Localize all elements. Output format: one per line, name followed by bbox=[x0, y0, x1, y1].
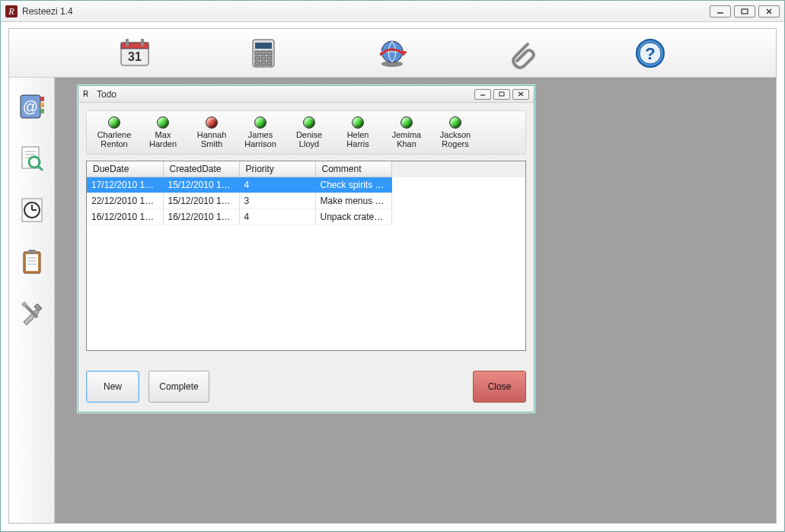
globe-icon bbox=[375, 37, 409, 70]
close-todo-button[interactable]: Close bbox=[473, 371, 526, 403]
people-row: CharleneRentonMaxHardenHannahSmithJamesH… bbox=[86, 110, 526, 155]
col-createddate[interactable]: CreatedDate bbox=[163, 161, 239, 177]
app-window: R Resteezi 1.4 31 bbox=[0, 0, 785, 532]
app-logo-icon: R bbox=[5, 5, 18, 18]
todo-button-row: New Complete Close bbox=[86, 369, 526, 404]
app-inner-frame: 31 bbox=[8, 28, 777, 524]
cell-priority: 4 bbox=[239, 209, 315, 225]
cell-created: 15/12/2010 11:5... bbox=[163, 177, 239, 193]
search-documents-button[interactable] bbox=[17, 143, 47, 174]
svg-rect-17 bbox=[255, 62, 260, 65]
cell-due: 17/12/2010 11:5... bbox=[87, 177, 163, 193]
col-priority[interactable]: Priority bbox=[239, 161, 315, 177]
settings-button[interactable] bbox=[17, 298, 47, 329]
person-name: MaxHarden bbox=[142, 130, 184, 148]
col-spacer bbox=[391, 161, 525, 177]
maximize-button[interactable] bbox=[734, 5, 755, 18]
todo-table: DueDate CreatedDate Priority Comment 17/… bbox=[86, 161, 526, 351]
contacts-button[interactable]: @ bbox=[17, 91, 47, 122]
person-hannah[interactable]: HannahSmith bbox=[190, 116, 233, 148]
complete-button[interactable]: Complete bbox=[148, 371, 209, 403]
cell-priority: 3 bbox=[239, 193, 315, 209]
svg-rect-28 bbox=[40, 97, 44, 101]
svg-rect-13 bbox=[267, 51, 272, 55]
history-button[interactable] bbox=[17, 195, 47, 225]
person-denise[interactable]: DeniseLloyd bbox=[288, 116, 330, 148]
app-titlebar: R Resteezi 1.4 bbox=[1, 1, 784, 22]
minimize-icon bbox=[716, 8, 724, 14]
globe-button[interactable] bbox=[374, 35, 410, 72]
calculator-button[interactable] bbox=[245, 35, 282, 72]
main-toolbar: 31 bbox=[9, 29, 776, 78]
svg-text:31: 31 bbox=[128, 50, 142, 63]
address-book-icon: @ bbox=[18, 92, 46, 121]
person-name: JacksonRogers bbox=[434, 130, 477, 148]
table-row[interactable]: 17/12/2010 11:5...15/12/2010 11:5...4Che… bbox=[87, 177, 525, 193]
clock-document-icon bbox=[18, 196, 46, 225]
table-row[interactable]: 22/12/2010 11:5...15/12/2010 11:5...3Mak… bbox=[87, 193, 525, 209]
table-row[interactable]: 16/12/2010 16:2...16/12/2010 16:2...4Unp… bbox=[87, 209, 525, 225]
cell-comment: Check spirits order bbox=[315, 177, 391, 193]
svg-rect-18 bbox=[261, 62, 266, 65]
workspace: R Todo CharleneRentonMaxHardenHannahSmit… bbox=[55, 78, 776, 523]
cell-created: 15/12/2010 11:5... bbox=[163, 193, 239, 209]
svg-rect-7 bbox=[141, 39, 144, 46]
todo-window-controls bbox=[474, 89, 529, 100]
calendar-button[interactable]: 31 bbox=[116, 35, 153, 72]
person-name: JemimaKhan bbox=[385, 130, 428, 148]
person-jackson[interactable]: JacksonRogers bbox=[434, 116, 477, 148]
svg-rect-12 bbox=[261, 51, 266, 55]
attachment-button[interactable] bbox=[503, 35, 540, 72]
help-icon: ? bbox=[633, 37, 667, 70]
table-body: 17/12/2010 11:5...15/12/2010 11:5...4Che… bbox=[87, 177, 525, 225]
svg-rect-29 bbox=[40, 103, 44, 107]
close-button[interactable] bbox=[758, 5, 780, 18]
close-icon bbox=[518, 91, 524, 97]
svg-line-37 bbox=[38, 166, 43, 170]
clipboard-icon bbox=[18, 247, 46, 276]
person-jemima[interactable]: JemimaKhan bbox=[385, 116, 428, 148]
person-name: JamesHarrison bbox=[239, 130, 282, 148]
person-charlene[interactable]: CharleneRenton bbox=[93, 116, 136, 148]
todo-minimize-button[interactable] bbox=[474, 89, 491, 100]
svg-rect-44 bbox=[28, 250, 36, 254]
cell-comment: Make menus for r... bbox=[315, 193, 391, 209]
person-name: CharleneRenton bbox=[93, 130, 136, 148]
minimize-button[interactable] bbox=[710, 5, 731, 18]
svg-rect-6 bbox=[126, 39, 129, 46]
svg-rect-1 bbox=[742, 9, 748, 14]
todo-title: Todo bbox=[97, 89, 474, 100]
svg-rect-11 bbox=[255, 51, 260, 55]
window-controls bbox=[710, 5, 780, 18]
todo-close-button[interactable] bbox=[512, 89, 529, 100]
svg-rect-43 bbox=[26, 254, 38, 271]
paperclip-icon bbox=[505, 37, 538, 70]
cell-due: 16/12/2010 16:2... bbox=[87, 209, 163, 225]
side-toolbar: @ bbox=[9, 78, 55, 523]
table-header-row: DueDate CreatedDate Priority Comment bbox=[87, 161, 525, 177]
col-duedate[interactable]: DueDate bbox=[87, 161, 163, 177]
todo-panel: R Todo CharleneRentonMaxHardenHannahSmit… bbox=[78, 85, 535, 413]
calculator-icon bbox=[247, 37, 280, 70]
col-comment[interactable]: Comment bbox=[315, 161, 391, 177]
maximize-icon bbox=[499, 91, 505, 97]
svg-rect-14 bbox=[255, 56, 260, 60]
svg-text:?: ? bbox=[646, 44, 656, 63]
svg-rect-51 bbox=[499, 92, 504, 96]
new-button[interactable]: New bbox=[86, 371, 139, 403]
help-button[interactable]: ? bbox=[632, 35, 669, 72]
status-led-icon bbox=[352, 116, 364, 129]
person-helen[interactable]: HelenHarris bbox=[337, 116, 379, 148]
status-led-icon bbox=[400, 116, 413, 129]
cell-priority: 4 bbox=[239, 177, 315, 193]
tools-icon bbox=[18, 299, 46, 328]
cell-due: 22/12/2010 11:5... bbox=[87, 193, 163, 209]
status-led-icon bbox=[206, 116, 218, 129]
todo-logo-icon: R bbox=[83, 89, 94, 100]
person-max[interactable]: MaxHarden bbox=[142, 116, 184, 148]
calendar-icon: 31 bbox=[118, 37, 152, 70]
todo-maximize-button[interactable] bbox=[493, 89, 510, 100]
person-james[interactable]: JamesHarrison bbox=[239, 116, 282, 148]
svg-rect-10 bbox=[255, 43, 272, 49]
clipboard-button[interactable] bbox=[17, 247, 47, 277]
